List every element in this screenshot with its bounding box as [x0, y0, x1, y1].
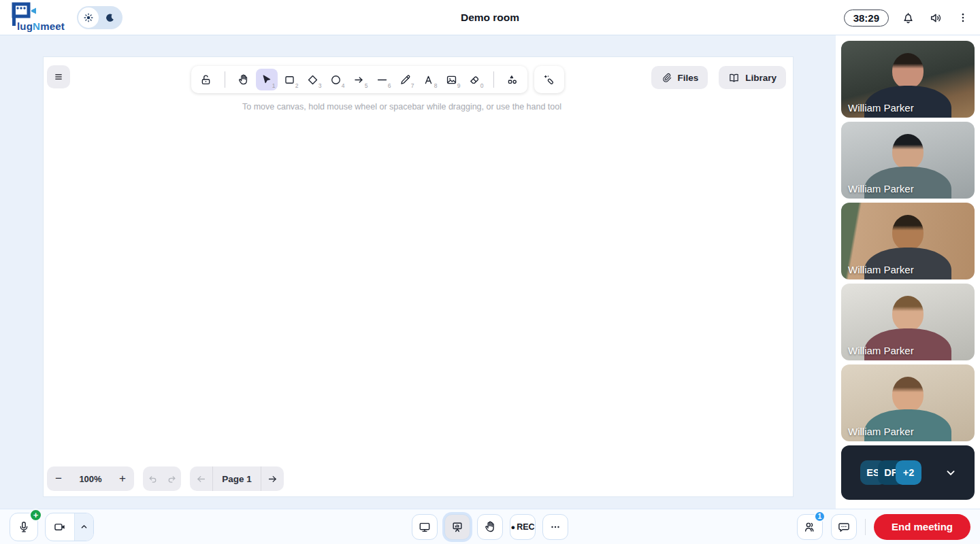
next-page-button[interactable]	[261, 466, 284, 491]
footer-divider	[865, 519, 866, 535]
page-indicator: Page 1	[213, 474, 261, 484]
zoom-control: − 100% +	[47, 466, 134, 491]
image-icon	[445, 73, 458, 86]
canvas-hint-text: To move canvas, hold mouse wheel or spac…	[44, 102, 760, 112]
plugnmeet-logo-text: lugNmeet	[17, 20, 65, 32]
arrow-tool-button[interactable]: 5	[348, 69, 370, 90]
eraser-tool-button[interactable]: 0	[464, 69, 486, 90]
line-icon	[376, 73, 389, 86]
camera-options-button[interactable]	[74, 513, 93, 541]
bottom-control-bar: + ●REC 1	[0, 509, 980, 544]
undo-button[interactable]	[143, 466, 162, 491]
participant-name: William Parker	[848, 102, 914, 114]
book-icon	[728, 72, 740, 84]
previous-page-button[interactable]	[190, 466, 212, 491]
record-dot-icon: ●	[510, 523, 515, 531]
more-participants-count: +2	[896, 460, 921, 485]
participant-name: William Parker	[848, 183, 914, 194]
notifications-button[interactable]	[900, 10, 917, 27]
chat-button[interactable]	[831, 514, 857, 540]
arrow-right-icon	[267, 473, 278, 485]
arrow-left-icon	[195, 473, 207, 485]
camera-icon	[53, 520, 67, 534]
top-bar: lugNmeet Demo room 38:29	[0, 0, 980, 35]
toolbar-divider	[225, 71, 225, 88]
diamond-icon	[306, 73, 319, 86]
redo-icon	[166, 473, 178, 485]
lock-open-icon	[199, 73, 212, 86]
zoom-out-button[interactable]: −	[47, 466, 70, 491]
participant-video-tile[interactable]: William Parker	[841, 364, 975, 441]
laser-pointer-icon	[542, 73, 555, 86]
participants-button[interactable]: 1	[797, 514, 823, 540]
page-navigation: Page 1	[190, 466, 284, 491]
selection-tool-button[interactable]: 1	[256, 69, 278, 90]
line-tool-button[interactable]: 6	[372, 69, 393, 90]
library-button[interactable]: Library	[719, 66, 786, 89]
chevron-down-icon	[943, 465, 958, 480]
header-more-menu-button[interactable]	[956, 10, 970, 25]
participants-count-badge: 1	[814, 511, 826, 522]
selection-cursor-icon	[260, 73, 273, 86]
raise-hand-button[interactable]	[477, 514, 503, 540]
shapes-icon	[506, 73, 519, 86]
monitor-icon	[418, 520, 431, 534]
participant-name: William Parker	[848, 264, 914, 275]
text-icon	[422, 73, 435, 86]
laser-pointer-tool-button[interactable]	[538, 69, 560, 90]
hand-tool-button[interactable]	[233, 69, 255, 90]
light-mode-icon[interactable]	[78, 7, 99, 28]
whiteboard-button[interactable]	[444, 514, 470, 540]
theme-toggle[interactable]	[77, 6, 122, 29]
dark-mode-icon[interactable]	[99, 12, 121, 24]
zoom-in-button[interactable]: +	[111, 466, 134, 491]
ellipsis-icon	[549, 521, 561, 533]
participant-video-tile[interactable]: William Parker	[841, 203, 975, 279]
ellipse-icon	[329, 73, 342, 86]
image-tool-button[interactable]: 9	[441, 69, 463, 90]
rectangle-tool-button[interactable]: 2	[279, 69, 301, 90]
camera-button-group	[45, 513, 94, 541]
raised-hand-icon	[483, 520, 497, 534]
more-participants-tile[interactable]: ES DF +2	[841, 445, 975, 500]
paperclip-icon	[661, 72, 672, 83]
text-tool-button[interactable]: 8	[418, 69, 440, 90]
camera-button[interactable]	[46, 513, 74, 541]
participant-name: William Parker	[848, 345, 914, 356]
zoom-level[interactable]: 100%	[70, 474, 111, 484]
participants-icon	[803, 520, 817, 534]
hand-icon	[237, 73, 250, 86]
expand-participants-button[interactable]	[943, 465, 958, 480]
participant-video-tile[interactable]: William Parker	[841, 122, 975, 199]
audio-output-button[interactable]	[928, 10, 945, 27]
participant-video-tile[interactable]: William Parker	[841, 41, 975, 118]
microphone-button[interactable]: +	[10, 513, 38, 541]
lock-tool-button[interactable]	[195, 69, 217, 90]
record-button[interactable]: ●REC	[510, 514, 536, 540]
extra-shapes-tool-button[interactable]	[502, 69, 523, 90]
rectangle-icon	[283, 73, 296, 86]
whiteboard-canvas[interactable]: 1 2 3 4 5	[44, 57, 793, 496]
diamond-tool-button[interactable]: 3	[302, 69, 324, 90]
end-meeting-button[interactable]: End meeting	[874, 514, 970, 540]
microphone-icon	[17, 520, 31, 534]
pencil-icon	[399, 73, 412, 86]
history-control	[143, 466, 181, 491]
undo-icon	[147, 473, 159, 485]
room-title: Demo room	[461, 12, 519, 24]
participants-sidebar: William Parker William Parker William Pa…	[836, 35, 980, 509]
toolbar-divider	[493, 71, 494, 88]
main-area: 1 2 3 4 5	[0, 35, 980, 509]
participant-video-tile[interactable]: William Parker	[841, 284, 975, 360]
screen-share-button[interactable]	[412, 514, 438, 540]
whiteboard-toolbar: 1 2 3 4 5	[3, 66, 752, 93]
participant-name: William Parker	[848, 426, 914, 437]
draw-tool-button[interactable]: 7	[395, 69, 416, 90]
redo-button[interactable]	[162, 466, 181, 491]
speaker-icon	[929, 11, 943, 25]
meeting-timer: 38:29	[844, 10, 889, 27]
ellipse-tool-button[interactable]: 4	[325, 69, 347, 90]
files-button[interactable]: Files	[651, 66, 708, 89]
plugnmeet-logo: lugNmeet	[8, 1, 76, 34]
more-options-button[interactable]	[542, 514, 568, 540]
